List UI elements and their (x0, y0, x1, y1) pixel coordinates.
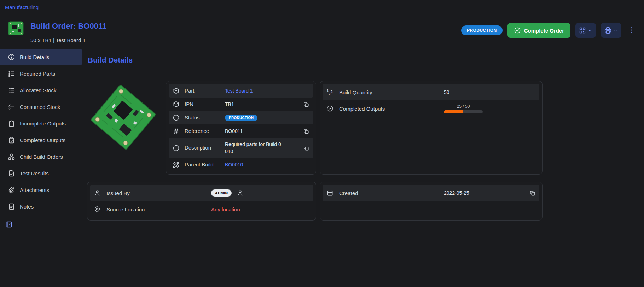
detail-value: 50 (444, 89, 449, 95)
svg-text:3: 3 (331, 90, 333, 94)
sidebar-item-required-parts[interactable]: Required Parts (0, 65, 82, 82)
progress-bar-fill (444, 110, 463, 113)
sidebar-item-attachments[interactable]: Attachments (0, 182, 82, 198)
detail-label: Completed Outputs (339, 106, 438, 112)
detail-label: Issued By (106, 190, 205, 196)
overflow-menu-button[interactable] (627, 25, 636, 36)
detail-label: Reference (185, 128, 220, 135)
sidebar-collapse-button[interactable] (5, 221, 13, 229)
tools-icon (173, 161, 180, 168)
list-check-icon (8, 103, 15, 111)
copy-icon[interactable] (303, 145, 309, 151)
header-actions: PRODUCTION Complete Order (461, 20, 636, 38)
sidebar-item-consumed-stock[interactable]: Consumed Stock (0, 99, 82, 115)
complete-order-button[interactable]: Complete Order (507, 23, 570, 38)
notes-icon (8, 203, 15, 210)
created-row: Created 2022-05-25 (323, 185, 539, 201)
details-section: Part Test Board 1 IPN TB1 (87, 81, 316, 175)
sidebar-item-label: Notes (20, 204, 34, 210)
completed-outputs-row: Completed Outputs 25 / 50 (323, 100, 539, 117)
sidebar-item-label: Allocated Stock (20, 87, 56, 93)
qr-code-icon (579, 27, 586, 34)
sidebar-item-child-build-orders[interactable]: Child Build Orders (0, 148, 82, 165)
panel-collapse-icon (5, 221, 13, 228)
sidebar-item-label: Completed Outputs (20, 137, 65, 143)
clipboard-check-icon (8, 136, 15, 144)
header-titles: Build Order: BO0011 50 x TB1 | Test Boar… (30, 20, 106, 43)
sidebar-item-completed-outputs[interactable]: Completed Outputs (0, 132, 82, 148)
sidebar-item-label: Build Details (20, 54, 49, 60)
package-icon (173, 87, 180, 94)
paperclip-icon (8, 186, 15, 194)
heading-divider (87, 70, 635, 70)
status-badge: PRODUCTION (225, 115, 257, 121)
parent-build-link[interactable]: BO0010 (225, 162, 243, 168)
part-thumbnail-image[interactable] (8, 20, 24, 36)
info-circle-icon (173, 114, 180, 121)
detail-row-description: Description Required parts for Build 001… (169, 138, 313, 158)
progress-label: 25 / 50 (457, 104, 470, 109)
progress-check-icon (326, 105, 333, 112)
copy-icon[interactable] (303, 128, 309, 135)
part-link[interactable]: Test Board 1 (225, 88, 253, 94)
page-title: Build Order: BO0011 (30, 22, 106, 31)
map-pin-icon (94, 206, 101, 213)
sidebar-item-test-results[interactable]: Test Results (0, 165, 82, 182)
copy-icon[interactable] (303, 101, 309, 108)
sitemap-icon (8, 153, 15, 160)
build-details-grid: Part Test Board 1 IPN TB1 (87, 81, 635, 221)
detail-row-status: Status PRODUCTION (169, 111, 313, 124)
issued-by-badge: ADMIN (211, 189, 232, 197)
build-quantity-row: 1 2 3 Build Quantity 50 (323, 84, 539, 100)
detail-value: Required parts for Build 0010 (225, 141, 282, 155)
page-subtitle: 50 x TB1 | Test Board 1 (30, 37, 106, 43)
created-panel: Created 2022-05-25 (320, 182, 543, 221)
detail-row-ipn: IPN TB1 (169, 98, 313, 111)
detail-row-reference: Reference BO0011 (169, 124, 313, 138)
barcode-actions-button[interactable] (575, 23, 596, 38)
quantity-panel: 1 2 3 Build Quantity 50 Completed Output… (320, 81, 543, 175)
sidebar-item-label: Child Build Orders (20, 154, 63, 160)
source-location-row: Source Location Any location (90, 201, 313, 217)
detail-label: Description (185, 145, 220, 151)
details-table-panel: Part Test Board 1 IPN TB1 (166, 81, 316, 175)
detail-label: Created (339, 190, 438, 196)
package-icon (173, 101, 180, 108)
info-circle-icon (8, 53, 15, 61)
detail-row-part: Part Test Board 1 (169, 84, 313, 98)
sidebar-item-label: Required Parts (20, 71, 55, 77)
sidebar-item-label: Incomplete Outputs (20, 121, 66, 127)
completed-progress: 25 / 50 (444, 104, 483, 113)
sidebar-item-allocated-stock[interactable]: Allocated Stock (0, 82, 82, 99)
hash-icon (173, 128, 180, 135)
detail-label: Status (185, 115, 220, 121)
detail-value: BO0011 (225, 128, 243, 134)
circle-check-icon (514, 27, 521, 34)
printer-icon (604, 27, 612, 34)
content-row: Build Details Required Parts Allocated S… (0, 48, 644, 287)
sidebar-item-build-details[interactable]: Build Details (0, 49, 82, 65)
dots-vertical-icon (628, 26, 636, 34)
sidebar: Build Details Required Parts Allocated S… (0, 48, 82, 287)
progress-bar (444, 110, 483, 113)
print-actions-button[interactable] (601, 23, 621, 38)
calendar-icon (326, 189, 333, 197)
detail-row-parent-build: Parent Build BO0010 (169, 158, 313, 171)
part-image[interactable] (87, 81, 159, 153)
detail-label: IPN (185, 101, 220, 108)
copy-icon[interactable] (529, 190, 536, 197)
issued-panel: Issued By ADMIN Source Location (87, 182, 316, 221)
sidebar-item-incomplete-outputs[interactable]: Incomplete Outputs (0, 115, 82, 132)
breadcrumb: Manufacturing (0, 0, 644, 14)
sidebar-item-label: Attachments (20, 187, 49, 193)
sidebar-item-label: Test Results (20, 170, 49, 176)
sidebar-item-notes[interactable]: Notes (0, 198, 82, 215)
breadcrumb-link-manufacturing[interactable]: Manufacturing (5, 4, 39, 10)
detail-label: Source Location (106, 206, 205, 212)
list-numbers-icon (8, 70, 15, 77)
clipboard-icon (8, 120, 15, 127)
user-icon (94, 189, 101, 197)
sidebar-item-label: Consumed Stock (20, 104, 60, 110)
sidebar-footer (0, 217, 82, 229)
chevron-down-icon (613, 28, 618, 33)
